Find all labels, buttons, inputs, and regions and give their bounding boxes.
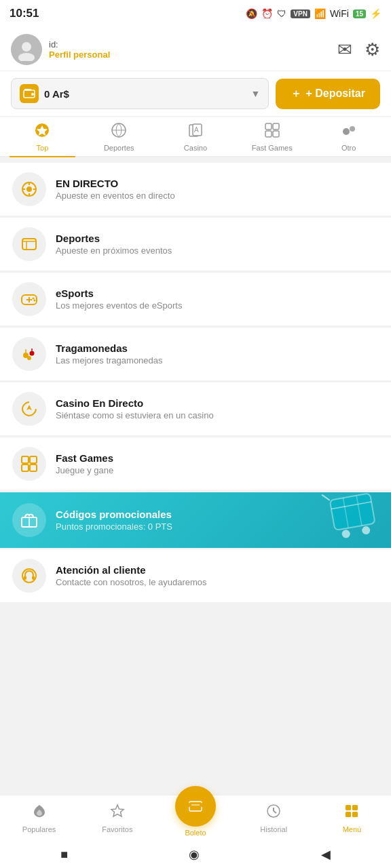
svg-point-56 xyxy=(200,803,204,807)
svg-rect-63 xyxy=(352,812,358,817)
nav-populares[interactable]: Populares xyxy=(0,803,78,833)
list-item-atencion[interactable]: Atención al cliente Contacte con nosotro… xyxy=(0,549,391,602)
atencion-desc: Contacte con nosotros, le ayudaremos xyxy=(56,577,207,587)
tab-fast-games[interactable]: Fast Games xyxy=(234,117,310,156)
promo-title: Códigos promocionales xyxy=(56,509,172,520)
svg-point-29 xyxy=(33,298,35,300)
svg-rect-13 xyxy=(265,131,272,137)
en-directo-text: EN DIRECTO Apueste en eventos en directo xyxy=(56,178,175,201)
user-id-label: id: xyxy=(49,39,110,50)
bottom-nav: Populares Favoritos Boleto xyxy=(0,795,391,841)
svg-rect-37 xyxy=(30,456,37,463)
svg-rect-51 xyxy=(32,576,35,580)
list-item-deportes[interactable]: Deportes Apueste en próximos eventos xyxy=(0,218,391,271)
casino-directo-icon xyxy=(12,392,46,426)
tab-bar: Top Deportes A Casino xyxy=(0,117,391,157)
deposit-button[interactable]: ＋ + Depositar xyxy=(276,79,380,109)
svg-marker-52 xyxy=(111,805,124,816)
en-directo-title: EN DIRECTO xyxy=(56,178,175,189)
casino-icon: A xyxy=(187,122,204,142)
atencion-text: Atención al cliente Contacte con nosotro… xyxy=(56,564,207,587)
deportes-menu-icon xyxy=(12,227,46,261)
nav-historial[interactable]: Historial xyxy=(235,803,313,833)
promo-text: Códigos promocionales Puntos promocional… xyxy=(56,509,172,532)
tab-top[interactable]: Top xyxy=(4,117,81,156)
deportes-text: Deportes Apueste en próximos eventos xyxy=(56,233,172,256)
svg-rect-11 xyxy=(265,123,272,130)
historial-label: Historial xyxy=(260,825,287,833)
header-right: ✉ ⚙ xyxy=(337,39,380,60)
promo-icon xyxy=(12,503,46,537)
header-left: id: Perfil personal xyxy=(11,34,110,65)
svg-point-46 xyxy=(341,529,351,538)
svg-rect-60 xyxy=(346,805,351,810)
nav-favoritos[interactable]: Favoritos xyxy=(78,803,156,833)
boleto-circle xyxy=(175,786,216,827)
fast-games-title: Fast Games xyxy=(56,452,113,464)
charging-icon: ⚡ xyxy=(370,8,381,19)
settings-icon[interactable]: ⚙ xyxy=(365,39,380,60)
profile-link[interactable]: Perfil personal xyxy=(49,50,110,60)
casino-directo-title: Casino En Directo xyxy=(56,397,214,409)
list-item-en-directo[interactable]: EN DIRECTO Apueste en eventos en directo xyxy=(0,163,391,216)
fast-games-menu-icon xyxy=(12,447,46,481)
en-directo-desc: Apueste en eventos en directo xyxy=(56,191,175,201)
svg-point-30 xyxy=(34,300,36,302)
tab-casino[interactable]: A Casino xyxy=(157,117,234,156)
status-icons: 🔕 ⏰ 🛡 VPN 📶 WiFi 15 ⚡ xyxy=(246,8,381,19)
list-item-esports[interactable]: eSports Los mejores eventos de eSports xyxy=(0,273,391,326)
favoritos-icon xyxy=(109,803,126,823)
svg-point-4 xyxy=(31,93,34,96)
mail-icon[interactable]: ✉ xyxy=(337,39,352,60)
nav-boleto[interactable]: Boleto xyxy=(156,800,234,837)
user-info: id: Perfil personal xyxy=(49,39,110,60)
signal-icon: 📶 xyxy=(314,8,326,19)
tab-deportes[interactable]: Deportes xyxy=(81,117,157,156)
shield-icon: 🛡 xyxy=(277,8,286,19)
fast-games-text: Fast Games Juegue y gane xyxy=(56,452,113,475)
status-bar: 10:51 🔕 ⏰ 🛡 VPN 📶 WiFi 15 ⚡ xyxy=(0,0,391,27)
fast-games-desc: Juegue y gane xyxy=(56,465,113,475)
header: id: Perfil personal ✉ ⚙ xyxy=(0,27,391,71)
avatar[interactable] xyxy=(11,34,42,65)
nav-menu[interactable]: Menú xyxy=(313,803,391,833)
en-directo-icon xyxy=(12,172,46,206)
tragamonedas-title: Tragamonedas xyxy=(56,342,163,354)
otro-icon xyxy=(341,122,357,142)
notification-icon: 🔕 xyxy=(246,8,257,19)
svg-point-15 xyxy=(343,128,350,135)
status-time: 10:51 xyxy=(10,7,39,20)
android-back-btn[interactable]: ◀ xyxy=(321,847,331,862)
android-circle-btn[interactable]: ◉ xyxy=(189,847,200,862)
svg-rect-23 xyxy=(22,239,36,250)
list-item-casino-en-directo[interactable]: Casino En Directo Siéntase como si estuv… xyxy=(0,382,391,436)
tab-otro[interactable]: Otro xyxy=(310,117,387,156)
deportes-icon xyxy=(111,122,127,142)
promo-banner[interactable]: Códigos promocionales Puntos promocional… xyxy=(0,492,391,548)
casino-directo-text: Casino En Directo Siéntase como si estuv… xyxy=(56,397,214,420)
menu-list: EN DIRECTO Apueste en eventos en directo… xyxy=(0,157,391,609)
esports-desc: Los mejores eventos de eSports xyxy=(56,300,182,311)
list-item-tragamonedas[interactable]: Tragamonedas Las mejores tragamonedas xyxy=(0,328,391,381)
alarm-icon: ⏰ xyxy=(261,8,273,19)
svg-text:A: A xyxy=(194,126,199,134)
svg-rect-36 xyxy=(22,456,29,463)
list-item-fast-games[interactable]: Fast Games Juegue y gane xyxy=(0,437,391,491)
esports-text: eSports Los mejores eventos de eSports xyxy=(56,288,182,311)
atencion-icon xyxy=(12,559,46,593)
plus-icon: ＋ xyxy=(291,87,301,101)
deportes-desc: Apueste en próximos eventos xyxy=(56,245,172,256)
top-icon xyxy=(34,122,50,142)
deportes-title: Deportes xyxy=(56,233,172,244)
svg-rect-14 xyxy=(273,131,279,137)
vpn-badge: VPN xyxy=(291,9,310,18)
fast-games-icon xyxy=(264,122,280,142)
svg-rect-61 xyxy=(352,805,358,810)
promo-desc: Puntos promocionales: 0 PTS xyxy=(56,521,172,532)
tab-fast-games-label: Fast Games xyxy=(252,144,293,152)
favoritos-label: Favoritos xyxy=(102,825,132,833)
android-square-btn[interactable]: ■ xyxy=(60,848,68,862)
svg-point-1 xyxy=(18,53,35,61)
svg-point-32 xyxy=(30,351,35,356)
balance-selector[interactable]: 0 Ar$ ▼ xyxy=(11,78,269,109)
